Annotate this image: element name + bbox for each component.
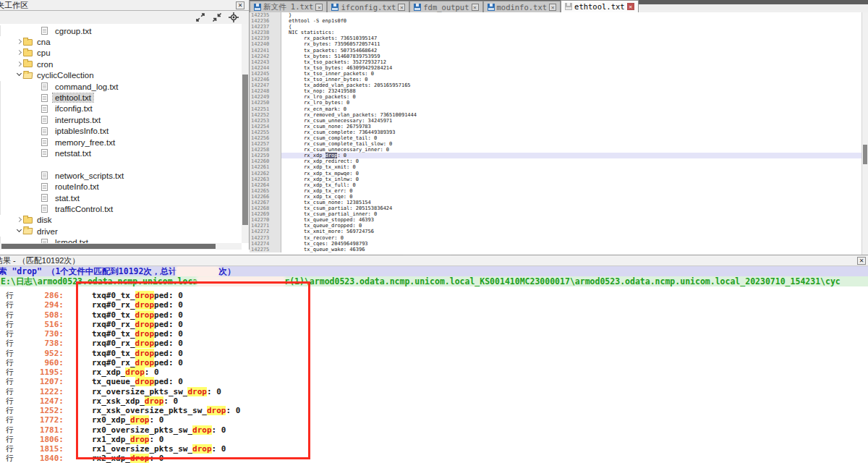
result-row[interactable]: 行1781:rx0_oversize_pkts_sw_drop: 0 xyxy=(0,425,868,435)
tree-item-cna[interactable]: cna xyxy=(0,36,242,47)
tab--1-txt[interactable]: 新文件 1.txt✕ xyxy=(250,1,327,12)
result-row[interactable]: 行286:txq#0_tx_dropped: 0 xyxy=(0,291,868,300)
editor-line[interactable]: 142262 rx_xdp_tx_mpwqe: 0 xyxy=(250,171,868,177)
chevron-right-icon[interactable] xyxy=(16,49,23,56)
tree-item-network_scripts-txt[interactable]: network_scripts.txt xyxy=(0,170,242,181)
tree-item-netstat-txt[interactable]: netstat.txt xyxy=(0,148,242,158)
result-row[interactable]: 行1806:rx1_xdp_drop: 0 xyxy=(0,435,868,444)
result-row[interactable]: 行1222:rx_oversize_pkts_sw_drop: 0 xyxy=(0,387,868,396)
close-icon[interactable]: ✕ xyxy=(627,3,634,10)
editor-line[interactable]: 142241 tx_packets: 507354668642 xyxy=(250,48,868,54)
scrollbar-thumb[interactable] xyxy=(242,75,248,225)
result-row[interactable]: 行738:rxq#0_rx_dropped: 0 xyxy=(0,339,868,348)
tree-item-lsmod-txt[interactable]: lsmod.txt xyxy=(0,237,242,243)
tree-item-command_log-txt[interactable]: command_log.txt xyxy=(0,81,242,92)
scrollbar-thumb[interactable] xyxy=(863,145,867,164)
result-row[interactable]: 行516:rxq#0_rx_dropped: 0 xyxy=(0,320,868,329)
editor-line[interactable]: 142235} xyxy=(250,12,868,18)
expand-all-icon[interactable] xyxy=(195,12,205,22)
tree-item-memory_free-txt[interactable]: memory_free.txt xyxy=(0,137,242,148)
close-icon[interactable]: ✕ xyxy=(398,4,405,11)
tree-item-cyclicCollection[interactable]: cyclicCollection xyxy=(0,70,242,81)
editor-line[interactable]: 142266 rx_xdp_tx_cqe: 0 xyxy=(250,194,868,200)
result-row[interactable]: 行952:txq#0_tx_dropped: 0 xyxy=(0,349,868,358)
chevron-right-icon[interactable] xyxy=(16,61,23,68)
tree-item-disk[interactable]: disk xyxy=(0,215,242,226)
workspace-horizontal-scrollbar[interactable] xyxy=(0,243,242,250)
editor-line[interactable]: 142242 tx_bytes: 514607839753959 xyxy=(250,54,868,59)
tree-item-driver[interactable]: driver xyxy=(0,226,242,237)
editor-line[interactable]: 142257 rx_csum_complete_tail_slow: 0 xyxy=(250,141,868,147)
editor-line[interactable]: 142250 rx_lro_bytes: 0 xyxy=(250,100,868,106)
tree-item-cgroup-txt[interactable]: cgroup.txt xyxy=(0,25,242,36)
workspace-vertical-scrollbar[interactable] xyxy=(242,24,249,243)
scrollbar-thumb[interactable] xyxy=(1,244,216,249)
result-row[interactable]: 行294:rxq#0_rx_dropped: 0 xyxy=(0,300,868,310)
editor-line[interactable]: 142265 rx_xdp_tx_err: 0 xyxy=(250,188,868,194)
editor-line[interactable]: 142248 tx_nop: 232419588 xyxy=(250,88,868,94)
editor-line[interactable]: 142261 rx_xdp_tx_xmit: 0 xyxy=(250,164,868,170)
tree-item-interrupts-txt[interactable]: interrupts.txt xyxy=(0,114,242,125)
result-row[interactable]: 行1815:rx1_oversize_pkts_sw_drop: 0 xyxy=(0,444,868,454)
close-icon[interactable]: ✕ xyxy=(315,4,323,11)
search-summary-line[interactable]: 索 "drop" （1个文件中匹配到10192次，总计次） xyxy=(0,266,868,276)
editor-line[interactable]: 142263 rx_xdp_tx_inlnw: 0 xyxy=(250,177,868,182)
editor-line[interactable]: 142237{ xyxy=(250,24,868,30)
tab-fdm_output[interactable]: fdm_output✕ xyxy=(409,1,482,12)
result-row[interactable]: 行730:txq#0_tx_dropped: 0 xyxy=(0,329,868,339)
editor-line[interactable]: 142255 rx_csum_complete: 736449389393 xyxy=(250,129,868,135)
result-row[interactable]: 行508:txq#0_tx_dropped: 0 xyxy=(0,310,868,320)
result-row[interactable]: 行1195:rx_xdp_drop: 0 xyxy=(0,368,868,377)
tree-item-trafficControl-txt[interactable]: trafficControl.txt xyxy=(0,203,242,214)
editor-line[interactable]: 142243 tx_tso_packets: 35272932712 xyxy=(250,59,868,65)
editor-line[interactable]: 142258 rx_csum_unnecessary_inner: 0 xyxy=(250,147,868,153)
editor-line[interactable]: 142264 rx_xdp_tx_full: 0 xyxy=(250,182,868,188)
editor-line[interactable]: 142249 rx_lro_packets: 0 xyxy=(250,94,868,100)
editor-line[interactable]: 142238NIC statistics: xyxy=(250,30,868,35)
close-icon[interactable]: ✕ xyxy=(236,1,244,9)
close-icon[interactable]: ✕ xyxy=(857,257,866,265)
tab-ethtool-txt[interactable]: ethtool.txt✕ xyxy=(561,0,639,12)
result-row[interactable]: 行1252:rx_xsk_oversize_pkts_sw_drop: 0 xyxy=(0,406,868,415)
editor-line[interactable]: 142260 rx_xdp_redirect: 0 xyxy=(250,158,868,164)
result-row[interactable]: 行960:rxq#0_rx_dropped: 0 xyxy=(0,358,868,368)
editor-vertical-scrollbar[interactable] xyxy=(861,12,868,255)
editor-line[interactable]: 142239 rx_packets: 736510395147 xyxy=(250,35,868,41)
editor-line[interactable]: 142270 tx_queue_stopped: 46393 xyxy=(250,217,868,223)
editor-line[interactable]: 142245 tx_tso_inner_packets: 0 xyxy=(250,71,868,77)
editor-line[interactable]: 142244 tx_tso_bytes: 463099429284214 xyxy=(250,65,868,71)
editor-line[interactable]: 142252 rx_removed_vlan_packets: 73651009… xyxy=(250,112,868,118)
locate-current-file-icon[interactable] xyxy=(229,12,239,22)
editor-line[interactable]: 142259 rx_xdp_drop: 0 xyxy=(250,153,868,158)
chevron-down-icon[interactable] xyxy=(16,72,23,79)
tree-item-cron[interactable]: cron xyxy=(0,59,242,69)
result-row[interactable]: 行1772:rx0_xdp_drop: 0 xyxy=(0,415,868,425)
editor-line[interactable]: 142268 tx_csum_partial: 205153836424 xyxy=(250,205,868,211)
editor-line[interactable]: 142254 rx_csum_none: 26759783 xyxy=(250,124,868,129)
chevron-right-icon[interactable] xyxy=(16,216,23,224)
editor-line[interactable]: 142251 rx_ecn_mark: 0 xyxy=(250,106,868,112)
editor-text-area[interactable]: 142235}142236ethtool -S enp1s0f0142237{1… xyxy=(250,12,868,255)
editor-line[interactable]: 142273 tx_recover: 0 xyxy=(250,235,868,241)
result-row[interactable]: 行1840:rx2_xdp_drop: 0 xyxy=(0,454,868,463)
editor-line[interactable]: 142256 rx_csum_complete_tail: 0 xyxy=(250,135,868,141)
chevron-right-icon[interactable] xyxy=(16,38,23,46)
editor-line[interactable]: 142271 tx_queue_dropped: 0 xyxy=(250,223,868,229)
close-icon[interactable]: ✕ xyxy=(549,4,556,11)
editor-line[interactable]: 142253 rx_csum_unnecessary: 34245971 xyxy=(250,118,868,124)
editor-line[interactable]: 142246 tx_tso_inner_bytes: 0 xyxy=(250,77,868,82)
tree-item-iptablesInfo-txt[interactable]: iptablesInfo.txt xyxy=(0,126,242,137)
tree-item-cpu[interactable]: cpu xyxy=(0,48,242,59)
result-row[interactable]: 行1207:tx_queue_dropped: 0 xyxy=(0,377,868,386)
collapse-all-icon[interactable] xyxy=(212,12,222,22)
editor-line[interactable]: 142236ethtool -S enp1s0f0 xyxy=(250,18,868,24)
chevron-down-icon[interactable] xyxy=(16,228,23,235)
editor-line[interactable]: 142269 tx_csum_partial_inner: 0 xyxy=(250,211,868,217)
result-row[interactable]: 行1247:rx_xsk_xdp_drop: 0 xyxy=(0,396,868,406)
editor-line[interactable]: 142240 rx_bytes: 735960572057411 xyxy=(250,41,868,47)
tree-item-stat-txt[interactable]: stat.txt xyxy=(0,192,242,203)
tab-modinfo-txt[interactable]: modinfo.txt✕ xyxy=(483,1,561,12)
tree-item-ifconfig-txt[interactable]: ifconfig.txt xyxy=(0,103,242,114)
editor-line[interactable]: 142275 tx_queue_wake: 46396 xyxy=(250,247,868,252)
editor-line[interactable]: 142272 tx_xmit_more: 569724756 xyxy=(250,229,868,234)
